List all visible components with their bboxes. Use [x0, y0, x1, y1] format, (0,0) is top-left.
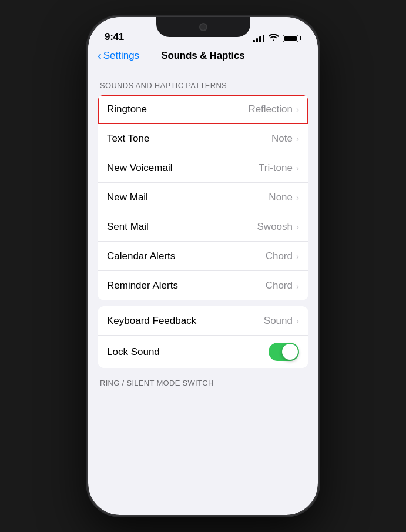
keyboard-feedback-right: Sound ›: [264, 315, 299, 327]
lock-sound-row[interactable]: Lock Sound: [98, 336, 308, 368]
sent-mail-value: Swoosh: [257, 221, 293, 233]
front-camera: [199, 23, 207, 31]
text-tone-chevron-icon: ›: [296, 133, 299, 143]
calendar-alerts-right: Chord ›: [266, 250, 299, 262]
reminder-alerts-right: Chord ›: [266, 280, 299, 292]
ringtone-row[interactable]: Ringtone Reflection ›: [98, 95, 308, 124]
new-mail-chevron-icon: ›: [296, 192, 299, 202]
back-button[interactable]: ‹ Settings: [98, 49, 139, 62]
reminder-alerts-label: Reminder Alerts: [107, 280, 178, 292]
sounds-list-group: Ringtone Reflection › Text Tone Note › N…: [98, 95, 308, 300]
ringtone-right: Reflection ›: [248, 103, 299, 115]
back-label: Settings: [103, 50, 139, 62]
text-tone-right: Note ›: [271, 133, 299, 145]
new-mail-row[interactable]: New Mail None ›: [98, 183, 308, 212]
back-chevron-icon: ‹: [98, 49, 102, 62]
lock-sound-right: [269, 343, 299, 361]
new-voicemail-value: Tri-tone: [259, 162, 293, 174]
signal-icon: [253, 35, 264, 42]
new-voicemail-right: Tri-tone ›: [259, 162, 299, 174]
sent-mail-label: Sent Mail: [107, 221, 149, 233]
battery-icon: [283, 35, 301, 42]
navigation-bar: ‹ Settings Sounds & Haptics: [88, 46, 318, 68]
reminder-alerts-row[interactable]: Reminder Alerts Chord ›: [98, 271, 308, 300]
footer-header: RING / SILENT MODE SWITCH: [88, 374, 318, 400]
text-tone-row[interactable]: Text Tone Note ›: [98, 124, 308, 153]
phone-frame: 9:41: [88, 17, 318, 515]
calendar-alerts-label: Calendar Alerts: [107, 250, 175, 262]
sent-mail-row[interactable]: Sent Mail Swoosh ›: [98, 212, 308, 242]
reminder-alerts-value: Chord: [266, 280, 293, 292]
ringtone-value: Reflection: [248, 103, 293, 115]
ringtone-label: Ringtone: [107, 103, 147, 115]
reminder-alerts-chevron-icon: ›: [296, 281, 299, 291]
content-area: SOUNDS AND HAPTIC PATTERNS Ringtone Refl…: [88, 68, 318, 400]
calendar-alerts-row[interactable]: Calendar Alerts Chord ›: [98, 242, 308, 271]
calendar-alerts-chevron-icon: ›: [296, 251, 299, 261]
keyboard-feedback-row[interactable]: Keyboard Feedback Sound ›: [98, 306, 308, 336]
keyboard-feedback-chevron-icon: ›: [296, 316, 299, 326]
keyboard-feedback-label: Keyboard Feedback: [107, 315, 196, 327]
new-voicemail-row[interactable]: New Voicemail Tri-tone ›: [98, 153, 308, 183]
new-voicemail-label: New Voicemail: [107, 162, 173, 174]
screen: 9:41: [88, 17, 318, 515]
text-tone-value: Note: [271, 133, 293, 145]
sent-mail-chevron-icon: ›: [296, 222, 299, 232]
section-header-sounds: SOUNDS AND HAPTIC PATTERNS: [88, 68, 318, 95]
new-mail-label: New Mail: [107, 192, 148, 203]
sent-mail-right: Swoosh ›: [257, 221, 299, 233]
text-tone-label: Text Tone: [107, 133, 149, 145]
status-time: 9:41: [105, 31, 124, 43]
calendar-alerts-value: Chord: [266, 250, 293, 262]
new-voicemail-chevron-icon: ›: [296, 163, 299, 173]
page-title: Sounds & Haptics: [161, 50, 244, 62]
lock-sound-label: Lock Sound: [107, 346, 160, 358]
notch: [156, 17, 250, 37]
new-mail-value: None: [269, 192, 293, 203]
keyboard-feedback-value: Sound: [264, 315, 293, 327]
toggle-knob: [282, 344, 298, 360]
status-icons: [253, 34, 301, 43]
lock-sound-toggle[interactable]: [269, 343, 299, 361]
feedback-list-group: Keyboard Feedback Sound › Lock Sound: [98, 306, 308, 368]
wifi-icon: [269, 34, 279, 43]
new-mail-right: None ›: [269, 192, 299, 203]
ringtone-chevron-icon: ›: [296, 104, 299, 114]
